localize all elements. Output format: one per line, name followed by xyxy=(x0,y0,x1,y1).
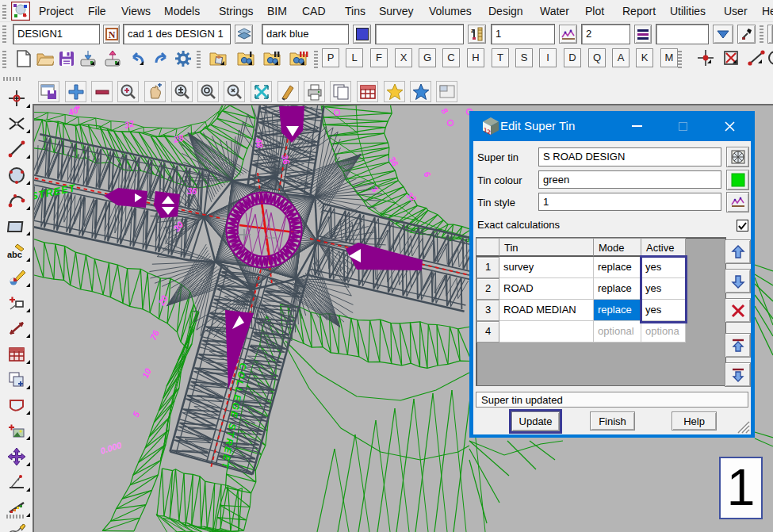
svg-text:36: 36 xyxy=(187,186,197,196)
svg-text:N: N xyxy=(108,29,115,40)
svg-text:abc: abc xyxy=(7,250,22,259)
svg-text:4: 4 xyxy=(75,105,80,111)
svg-text:z: z xyxy=(471,27,474,34)
